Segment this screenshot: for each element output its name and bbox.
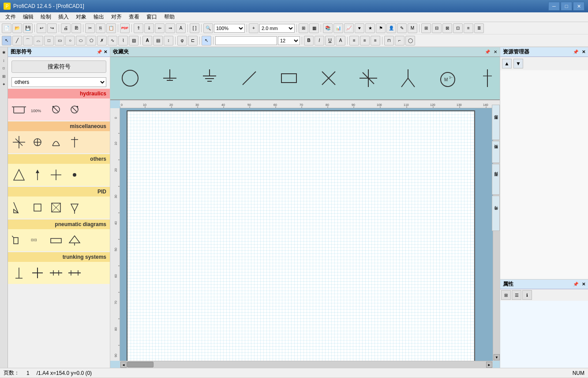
tb-zoom-icon[interactable]: 🔍 bbox=[203, 23, 213, 33]
tb-print[interactable]: 🖹 bbox=[71, 23, 81, 33]
category-others-header[interactable]: others bbox=[8, 154, 110, 164]
unit-select[interactable]: 2.0 mm bbox=[259, 24, 295, 33]
tb-rect2[interactable]: ▭ bbox=[55, 36, 64, 45]
menu-file[interactable]: 文件 bbox=[2, 12, 19, 22]
tb-align3[interactable]: ⊠ bbox=[442, 23, 452, 33]
category-dropdown[interactable]: others hydraulics miscellaneous PID pneu… bbox=[11, 77, 106, 87]
scroll-down-btn[interactable]: ▼ bbox=[494, 354, 500, 360]
menu-edit[interactable]: 编辑 bbox=[19, 12, 37, 22]
sym-trunk-1[interactable] bbox=[11, 265, 27, 281]
panel-minimize-icon[interactable]: ✕ bbox=[104, 49, 107, 54]
category-misc-header[interactable]: miscellaneous bbox=[8, 121, 110, 131]
category-pneumatic-header[interactable]: pneumatic diagrams bbox=[8, 219, 110, 229]
tb-align-right[interactable]: ≡ bbox=[371, 36, 380, 45]
tb-italic[interactable]: I bbox=[315, 36, 324, 45]
sym-hyd-3[interactable] bbox=[48, 101, 64, 118]
tb-align-left[interactable]: ≡ bbox=[349, 36, 359, 45]
tb-print-preview[interactable]: 🖨 bbox=[61, 23, 71, 33]
tb-sym1[interactable]: ⇑ bbox=[134, 23, 143, 33]
resource-close-icon[interactable]: ✕ bbox=[582, 49, 585, 54]
tb-underline[interactable]: U bbox=[325, 36, 335, 45]
tb-snap2[interactable]: ⌐ bbox=[395, 36, 404, 45]
menu-window[interactable]: 窗口 bbox=[143, 12, 161, 22]
tb-cursor[interactable]: ↖ bbox=[202, 36, 211, 45]
tb-snap3[interactable]: ◯ bbox=[405, 36, 415, 45]
font-size-select[interactable]: 12 bbox=[278, 36, 300, 45]
tb-man[interactable]: 👤 bbox=[386, 23, 396, 33]
sym-pid-1[interactable] bbox=[11, 199, 27, 216]
sym-oth-2[interactable] bbox=[29, 166, 46, 183]
sym-pneu-2[interactable]: ⊡⊡ bbox=[29, 232, 46, 249]
tb-bracket[interactable]: [ ] bbox=[190, 23, 199, 33]
sym-pneu-3[interactable] bbox=[48, 232, 64, 249]
fav-sym-1[interactable] bbox=[119, 63, 141, 94]
sym-misc-1[interactable] bbox=[11, 134, 27, 151]
tb-sym5[interactable]: A bbox=[176, 23, 186, 33]
tb-circle[interactable]: ○ bbox=[65, 36, 75, 45]
tb-line[interactable]: ╱ bbox=[12, 36, 22, 45]
tb-spline[interactable]: ⌇ bbox=[118, 36, 128, 45]
tb-new[interactable]: 📄 bbox=[2, 23, 11, 33]
sidebar-icon-1[interactable]: ✱ bbox=[0, 49, 7, 56]
horizontal-scrollbar[interactable]: ◄ ► bbox=[120, 361, 493, 368]
tb-rect[interactable]: □ bbox=[44, 36, 54, 45]
fav-close-icon[interactable]: ✕ bbox=[494, 49, 497, 54]
sym-trunk-4[interactable] bbox=[66, 265, 83, 281]
tb-bold[interactable]: B bbox=[304, 36, 314, 45]
tb-lib3[interactable]: 📈 bbox=[344, 23, 354, 33]
sym-oth-3[interactable] bbox=[48, 166, 64, 183]
zoom-select[interactable]: 100% 50% 150% 200% bbox=[214, 24, 245, 33]
resource-pin-icon[interactable]: 📌 bbox=[573, 49, 578, 54]
menu-draw[interactable]: 绘制 bbox=[37, 12, 55, 22]
sym-misc-3[interactable] bbox=[48, 134, 64, 151]
tb-hatch[interactable]: ▨ bbox=[129, 36, 139, 45]
menu-help[interactable]: 帮助 bbox=[161, 12, 178, 22]
tb-align2[interactable]: ⊟ bbox=[432, 23, 442, 33]
fav-pin-icon[interactable]: 📌 bbox=[485, 49, 490, 54]
tb-x[interactable]: ✗ bbox=[97, 36, 107, 45]
fav-sym-9[interactable]: M3~ bbox=[437, 63, 459, 94]
fav-sym-7[interactable] bbox=[357, 63, 379, 94]
menu-object[interactable]: 对象 bbox=[72, 12, 90, 22]
tb-paste[interactable]: 📋 bbox=[106, 23, 116, 33]
fav-sym-4[interactable] bbox=[238, 63, 260, 94]
fav-sym-5[interactable] bbox=[278, 63, 300, 94]
sidebar-icon-2[interactable]: ↕ bbox=[0, 57, 7, 64]
menu-align[interactable]: 对齐 bbox=[108, 12, 125, 22]
tb-arc2[interactable]: ⌓ bbox=[34, 36, 43, 45]
tb-align4[interactable]: ⊡ bbox=[453, 23, 463, 33]
tb-text[interactable]: A bbox=[142, 36, 152, 45]
sym-hyd-1[interactable] bbox=[11, 101, 27, 118]
tb-align5[interactable]: ≡ bbox=[464, 23, 473, 33]
tb-ellipse[interactable]: ⬭ bbox=[76, 36, 86, 45]
tb-lib2[interactable]: 📊 bbox=[333, 23, 343, 33]
tb-poly[interactable]: ⬠ bbox=[86, 36, 96, 45]
sym-pid-2[interactable] bbox=[29, 199, 46, 216]
fav-sym-3[interactable] bbox=[198, 63, 221, 94]
sym-trunk-2[interactable] bbox=[29, 265, 46, 281]
sym-hyd-2[interactable]: 100% bbox=[29, 101, 46, 118]
tb-arc[interactable]: ⌒ bbox=[23, 36, 33, 45]
tb-bezier[interactable]: ∿ bbox=[108, 36, 117, 45]
tb-sym3[interactable]: ⇐ bbox=[155, 23, 165, 33]
sym-pneu-1[interactable] bbox=[11, 232, 27, 249]
sym-pid-3[interactable] bbox=[48, 199, 64, 216]
tb-save[interactable]: 💾 bbox=[23, 23, 33, 33]
category-hydraulics-header[interactable]: hydraulics bbox=[8, 89, 110, 98]
close-button[interactable]: ✕ bbox=[573, 2, 584, 11]
tb-align-center[interactable]: ≡ bbox=[360, 36, 370, 45]
menu-insert[interactable]: 插入 bbox=[55, 12, 72, 22]
fav-sym-10[interactable] bbox=[476, 63, 498, 94]
scroll-right-btn[interactable]: ► bbox=[486, 362, 492, 368]
tb-copy[interactable]: ⎘ bbox=[96, 23, 105, 33]
sidebar-icon-4[interactable]: ⊞ bbox=[0, 73, 7, 80]
tb-textbox[interactable]: ▤ bbox=[153, 36, 163, 45]
props-pin-icon[interactable]: 📌 bbox=[573, 282, 578, 287]
tb-edit2[interactable]: ✎ bbox=[397, 23, 407, 33]
tb-align1[interactable]: ⊞ bbox=[421, 23, 431, 33]
sidebar-icon-3[interactable]: ⌑ bbox=[0, 65, 7, 72]
sym-misc-2[interactable] bbox=[29, 134, 46, 151]
fav-sym-2[interactable] bbox=[159, 63, 181, 94]
tb-align6[interactable]: ≣ bbox=[474, 23, 484, 33]
sym-trunk-3[interactable] bbox=[48, 265, 64, 281]
